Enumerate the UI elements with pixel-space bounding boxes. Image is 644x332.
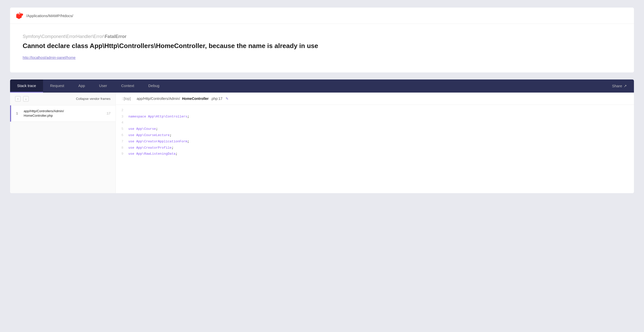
error-class-prefix: Symfony\Component\ErrorHandler\Error\ [23, 34, 105, 39]
tab-request[interactable]: Request [43, 79, 71, 93]
code-body[interactable]: 2 3 namespace App\Http\Controllers; 4 5 … [116, 105, 634, 193]
debug-panel: Stack trace Request App User Context Deb… [10, 79, 634, 193]
tab-user[interactable]: User [92, 79, 114, 93]
share-label: Share [612, 84, 622, 88]
code-file-path: app/Http/Controllers/Admin/ [137, 97, 180, 101]
code-line: 5 use App\Course; [116, 126, 634, 132]
error-card: Symfony\Component\ErrorHandler\Error\Fat… [10, 24, 634, 72]
top-tag: ::[top] [122, 97, 131, 101]
error-class-bold: FatalError [105, 34, 126, 39]
frame-up-button[interactable]: ↑ [15, 96, 21, 102]
code-line: 9 use App\RawListeningData; [116, 151, 634, 157]
path-bar: /Applications/MAMP/htdocs/ [10, 8, 634, 24]
code-panel: ::[top] app/Http/Controllers/Admin/HomeC… [116, 93, 634, 193]
tabs-bar: Stack trace Request App User Context Deb… [10, 79, 634, 93]
tab-context[interactable]: Context [114, 79, 141, 93]
code-line: 2 [116, 107, 634, 114]
code-file-name: HomeController [182, 97, 209, 101]
error-class: Symfony\Component\ErrorHandler\Error\Fat… [23, 34, 621, 39]
tab-app[interactable]: App [71, 79, 92, 93]
code-line: 8 use App\CreatorProfile; [116, 145, 634, 151]
edit-icon[interactable]: ✎ [226, 97, 229, 101]
frame-list-header: ↑ ↓ Collapse vendor frames [10, 93, 116, 105]
error-url[interactable]: http://localhost/admin-panel/home [23, 56, 76, 60]
code-header: ::[top] app/Http/Controllers/Admin/HomeC… [116, 93, 634, 105]
panel-body: ↑ ↓ Collapse vendor frames 1 app/Http/Co… [10, 93, 634, 193]
code-line: 4 [116, 120, 634, 126]
tab-stack-trace[interactable]: Stack trace [10, 79, 43, 93]
frame-line: :17 [106, 111, 111, 115]
code-line: 3 namespace App\Http\Controllers; [116, 114, 634, 120]
collapse-vendor-button[interactable]: Collapse vendor frames [76, 97, 111, 101]
code-line: 6 use App\CourseLecture; [116, 132, 634, 139]
path-text: /Applications/MAMP/htdocs/ [26, 14, 73, 18]
tab-debug[interactable]: Debug [141, 79, 166, 93]
frame-down-button[interactable]: ↓ [23, 96, 29, 102]
code-file-ext: .php:17 [211, 97, 223, 101]
frame-info: app/Http/Controllers/Admin/ HomeControll… [24, 109, 103, 118]
frame-path: app/Http/Controllers/Admin/ HomeControll… [24, 109, 103, 118]
share-button[interactable]: Share ↗ [605, 80, 634, 92]
frame-item[interactable]: 1 app/Http/Controllers/Admin/ HomeContro… [10, 105, 116, 122]
code-line: 7 use App\CreatorApplicationForm; [116, 139, 634, 145]
frame-number: 1 [16, 111, 21, 115]
frame-list: ↑ ↓ Collapse vendor frames 1 app/Http/Co… [10, 93, 116, 193]
share-icon: ↗ [624, 84, 627, 88]
error-message: Cannot declare class App\Http\Controller… [23, 42, 621, 50]
laravel-logo-icon [16, 12, 23, 19]
